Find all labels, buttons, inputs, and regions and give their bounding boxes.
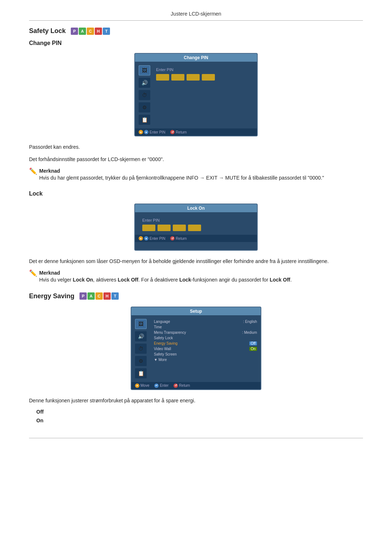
lock-bold-4: Lock Off <box>270 277 290 283</box>
change-pin-osd-wrapper: Change PIN 🖼 🔊 ⏱ ⚙ 📋 Enter PIN <box>29 53 363 136</box>
energy-saving-badges: P A C H T <box>79 292 119 300</box>
energy-saving-osd-body: 🖼 🔊 ⏱ ⚙ 📋 Language : English Time <box>131 315 261 382</box>
lock-osd-title: Lock On <box>135 204 257 212</box>
lock-merknad-text: Hvis du velger Lock On, aktiveres Lock O… <box>39 276 292 284</box>
merknad-icon-1: ✏️ <box>29 167 37 175</box>
energy-saving-title: Energy Saving P A C H T <box>29 292 363 300</box>
top-rule <box>29 20 363 21</box>
menu-row-language: Language : English <box>154 319 257 324</box>
menu-label-video-wall: Video Wall <box>154 347 171 351</box>
list-item-off: Off <box>36 409 363 415</box>
change-pin-osd-title: Change PIN <box>135 54 257 62</box>
list-item-on: On <box>36 418 363 423</box>
es-badge-t: T <box>111 292 119 300</box>
badge-h: H <box>95 28 102 35</box>
change-pin-merknad-text: Hvis du har glemt passordet, trykker du … <box>39 174 324 182</box>
badge-c: C <box>87 28 94 35</box>
lock-bold-3: Lock <box>179 277 191 283</box>
footer-enter-pin-label: Enter PIN <box>150 130 165 134</box>
page-header: Justere LCD-skjermen <box>29 11 363 17</box>
energy-saving-osd-footer: ● Move ↵ Enter ↺ Return <box>131 382 261 389</box>
lock-circle-blue: ● <box>144 236 148 241</box>
lock-osd-footer: ● ● Enter PIN ↺ Return <box>135 235 257 242</box>
page-title: Justere LCD-skjermen <box>171 11 221 17</box>
change-pin-merknad-label: Merknad <box>39 168 324 174</box>
energy-saving-osd-screen: Setup 🖼 🔊 ⏱ ⚙ 📋 Language : English Time <box>131 307 261 390</box>
lock-merknad-block: ✏️ Merknad Hvis du velger Lock On, aktiv… <box>29 270 363 284</box>
change-pin-osd-content: Enter PIN <box>156 65 253 125</box>
es-osd-sidebar: 🖼 🔊 ⏱ ⚙ 📋 <box>135 319 149 378</box>
es-footer-move-btn: ● Move <box>135 383 149 388</box>
lock-footer-enter-pin-label: Enter PIN <box>150 237 165 241</box>
lock-pin-box-1 <box>142 225 155 231</box>
es-osd-icon-2: 🔊 <box>135 331 147 341</box>
lock-bold-2: Lock Off <box>118 277 138 283</box>
osd-icon-3: ⏱ <box>139 90 150 100</box>
osd-icon-5: 📋 <box>139 115 150 125</box>
menu-label-safety-lock: Safety Lock <box>154 336 173 340</box>
pin-box-4 <box>202 74 215 81</box>
lock-subtitle: Lock <box>29 190 363 197</box>
badge-p: P <box>71 28 78 35</box>
change-pin-osd-sidebar: 🖼 🔊 ⏱ ⚙ 📋 <box>139 65 152 125</box>
list-label-off: Off <box>36 409 44 415</box>
change-pin-osd-screen: Change PIN 🖼 🔊 ⏱ ⚙ 📋 Enter PIN <box>134 53 258 136</box>
es-circle-return: ↺ <box>173 383 178 388</box>
lock-osd-wrapper: Lock On Enter PIN ● ● Enter PIN <box>29 204 363 251</box>
menu-row-energy-saving: Energy Saving Off <box>154 341 257 346</box>
energy-saving-label: Energy Saving <box>29 292 74 300</box>
badge-t: T <box>103 28 110 35</box>
es-footer-move-label: Move <box>140 383 149 387</box>
menu-row-time: Time <box>154 324 257 330</box>
change-pin-osd-body: 🖼 🔊 ⏱ ⚙ 📋 Enter PIN <box>135 62 257 128</box>
merknad-icon-2: ✏️ <box>29 269 37 277</box>
es-badge-a: A <box>87 292 95 300</box>
menu-row-video-wall: Video Wall On <box>154 346 257 352</box>
lock-merknad-content: Merknad Hvis du velger Lock On, aktivere… <box>39 270 292 284</box>
footer-return-label: Return <box>176 130 187 134</box>
osd-icon-4: ⚙ <box>139 102 150 112</box>
lock-pin-boxes <box>142 225 253 231</box>
menu-label-transparency: Menu Transparency <box>154 331 186 335</box>
menu-row-transparency: Menu Transparency : Medium <box>154 330 257 335</box>
menu-row-safety-screen: Safety Screen <box>154 352 257 357</box>
osd-icon-2: 🔊 <box>139 78 150 88</box>
circle-yellow: ● <box>139 130 143 134</box>
es-footer-enter-label: Enter <box>160 383 168 387</box>
safety-lock-badges: P A C H T <box>71 28 110 35</box>
change-pin-merknad-content: Merknad Hvis du har glemt passordet, try… <box>39 168 324 182</box>
lock-para: Det er denne funksjonen som låser OSD-me… <box>29 257 363 265</box>
pin-box-3 <box>187 74 200 81</box>
circle-red: ↺ <box>170 130 175 134</box>
es-badge-h: H <box>103 292 111 300</box>
menu-label-safety-screen: Safety Screen <box>154 352 177 356</box>
menu-value-language: : English <box>243 320 257 324</box>
safety-lock-label: Safety Lock <box>29 27 66 35</box>
es-footer-enter-btn: ↵ Enter <box>154 383 168 388</box>
lock-pin-box-4 <box>188 225 201 231</box>
change-pin-osd-footer: ● ● Enter PIN ↺ Return <box>135 128 257 136</box>
es-badge-c: C <box>95 292 103 300</box>
lock-bold-1: Lock On <box>73 277 93 283</box>
menu-label-energy-saving: Energy Saving <box>154 341 177 345</box>
menu-row-safety-lock: Safety Lock <box>154 335 257 341</box>
energy-saving-list: Off On <box>36 409 363 423</box>
lock-footer-return-btn: ↺ Return <box>170 236 187 241</box>
es-badge-p: P <box>79 292 87 300</box>
es-footer-return-btn: ↺ Return <box>173 383 190 388</box>
menu-row-more: ▼ More <box>154 357 257 362</box>
energy-saving-osd-content: Language : English Time Menu Transparenc… <box>152 319 257 378</box>
lock-enter-pin-label: Enter PIN <box>142 218 253 222</box>
menu-label-more: ▼ More <box>154 358 167 362</box>
energy-saving-osd-wrapper: Setup 🖼 🔊 ⏱ ⚙ 📋 Language : English Time <box>29 307 363 390</box>
page-container: Justere LCD-skjermen Safety Lock P A C H… <box>0 0 392 554</box>
lock-merknad-label: Merknad <box>39 270 292 276</box>
menu-value-energy-saving: Off <box>249 341 257 345</box>
es-circle-move: ● <box>135 383 139 388</box>
energy-saving-osd-title: Setup <box>131 307 261 315</box>
lock-pin-box-3 <box>173 225 186 231</box>
es-circle-enter: ↵ <box>154 383 159 388</box>
menu-label-language: Language <box>154 320 170 324</box>
list-label-on: On <box>36 418 43 423</box>
es-osd-icon-4: ⚙ <box>135 356 147 366</box>
